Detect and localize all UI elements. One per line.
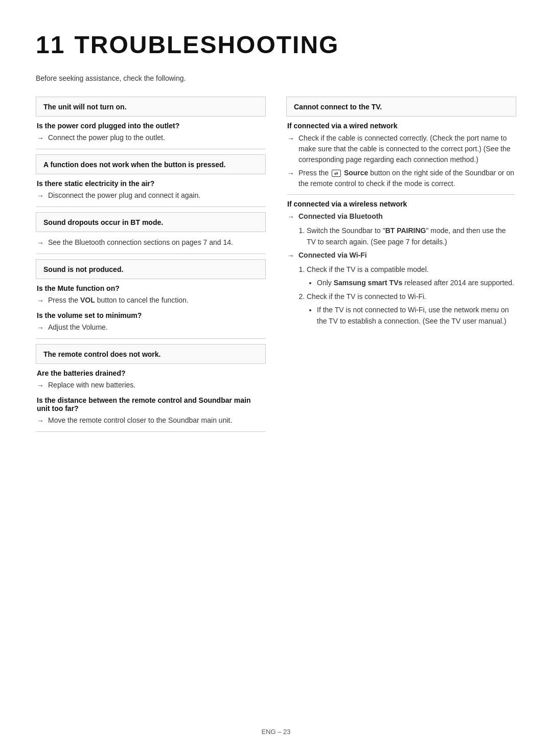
arrow-icon: → <box>37 191 44 201</box>
bt-header-text: Connected via Bluetooth <box>298 212 383 220</box>
arrow-icon: → <box>287 212 294 222</box>
wired-network-section: If connected via a wired network → Check… <box>287 122 515 189</box>
bullet-wired-1-text: Check if the cable is connected correctl… <box>298 133 515 165</box>
section-remote-no-work: The remote control does not work. <box>36 344 266 364</box>
subsection-power-cord: Is the power cord plugged into the outle… <box>37 122 265 144</box>
subsection-volume: Is the volume set to minimum? → Adjust t… <box>37 311 265 333</box>
bullet-distance: → Move the remote control closer to the … <box>37 415 265 426</box>
subsection-static: Is there static electricity in the air? … <box>37 179 265 201</box>
section1-content: Is the power cord plugged into the outle… <box>36 122 266 144</box>
footer-text: ENG – 23 <box>261 728 290 736</box>
section1-title: The unit will not turn on. <box>43 103 127 111</box>
divider3 <box>36 254 266 254</box>
section-function-no-work: A function does not work when the button… <box>36 154 266 174</box>
bullet-wired-2-text: Press the ⇄ Source button on the right s… <box>298 168 515 189</box>
section2-title: A function does not work when the button… <box>43 161 226 169</box>
section5-content: Are the batteries drained? → Replace wit… <box>36 369 266 426</box>
bullet-mute: → Press the VOL button to cancel the fun… <box>37 295 265 306</box>
section3-title: Sound dropouts occur in BT mode. <box>43 218 163 226</box>
bt-pairing-text: BT PAIRING <box>385 226 426 235</box>
divider4 <box>36 338 266 339</box>
section-unit-no-turn-on: The unit will not turn on. <box>36 97 266 117</box>
subsection-bluetooth-pages: → See the Bluetooth connection sections … <box>37 237 265 248</box>
wifi-item-2: Check if the TV is connected to Wi-Fi. I… <box>307 291 515 327</box>
q-distance: Is the distance between the remote contr… <box>37 396 265 413</box>
divider2 <box>36 207 266 207</box>
bullet-disconnect-power-text: Disconnect the power plug and connect it… <box>48 190 265 201</box>
q-power-cord: Is the power cord plugged into the outle… <box>37 122 265 130</box>
chapter-title-text: TROUBLESHOOTING <box>74 31 339 58</box>
bullet-bluetooth-header: → Connected via Bluetooth <box>287 211 515 222</box>
bullet-wifi-header: → Connected via Wi-Fi <box>287 250 515 261</box>
wifi-subbullet-2: If the TV is not connected to Wi-Fi, use… <box>317 304 515 327</box>
bullet-disconnect-power: → Disconnect the power plug and connect … <box>37 190 265 201</box>
section-cannot-connect-tv: Cannot connect to the TV. <box>286 97 516 117</box>
wifi-item-1-subbullets: Only Samsung smart TVs released after 20… <box>307 277 515 288</box>
divider-wired-wireless <box>287 194 515 195</box>
wifi-item-2-subbullets: If the TV is not connected to Wi-Fi, use… <box>307 304 515 327</box>
q-volume: Is the volume set to minimum? <box>37 311 265 319</box>
vol-bold: VOL <box>80 296 95 304</box>
bullet-wired-2: → Press the ⇄ Source button on the right… <box>287 168 515 189</box>
section-no-sound: Sound is not produced. <box>36 259 266 279</box>
wifi-list: Check if the TV is a compatible model. O… <box>297 264 515 327</box>
bullet-connect-power-text: Connect the power plug to the outlet. <box>48 132 265 143</box>
left-column: The unit will not turn on. Is the power … <box>36 97 266 437</box>
section-bt-dropouts: Sound dropouts occur in BT mode. <box>36 212 266 232</box>
bullet-volume-text: Adjust the Volume. <box>48 322 265 333</box>
arrow-icon: → <box>37 238 44 248</box>
right-content: If connected via a wired network → Check… <box>286 122 516 327</box>
arrow-icon: → <box>287 250 294 261</box>
bullet-wired-1: → Check if the cable is connected correc… <box>287 133 515 165</box>
arrow-icon: → <box>37 416 44 426</box>
bullet-bluetooth-pages: → See the Bluetooth connection sections … <box>37 237 265 248</box>
arrow-icon: → <box>37 133 44 144</box>
page-footer: ENG – 23 <box>0 728 552 736</box>
bt-item-1: Switch the Soundbar to "BT PAIRING" mode… <box>307 225 515 248</box>
arrow-icon: → <box>37 323 44 333</box>
wifi-item-1: Check if the TV is a compatible model. O… <box>307 264 515 289</box>
bullet-volume: → Adjust the Volume. <box>37 322 265 333</box>
wifi-header-text: Connected via Wi-Fi <box>298 251 367 259</box>
source-label: Source <box>344 169 368 177</box>
bullet-connect-power: → Connect the power plug to the outlet. <box>37 132 265 144</box>
right-column: Cannot connect to the TV. If connected v… <box>286 97 516 329</box>
wifi-subheader: Connected via Wi-Fi <box>298 250 515 261</box>
bullet-bluetooth-pages-text: See the Bluetooth connection sections on… <box>48 237 265 248</box>
two-column-layout: The unit will not turn on. Is the power … <box>36 97 516 437</box>
bluetooth-list: Switch the Soundbar to "BT PAIRING" mode… <box>297 225 515 248</box>
samsung-smart-tvs: Samsung smart TVs <box>334 279 403 287</box>
subsection-distance: Is the distance between the remote contr… <box>37 396 265 426</box>
divider1 <box>36 149 266 149</box>
wifi-subbullet-1: Only Samsung smart TVs released after 20… <box>317 277 515 288</box>
chapter-number: 11 <box>36 31 65 58</box>
subsection-batteries: Are the batteries drained? → Replace wit… <box>37 369 265 391</box>
section4-content: Is the Mute function on? → Press the VOL… <box>36 284 266 333</box>
bullet-distance-text: Move the remote control closer to the So… <box>48 415 265 426</box>
arrow-icon: → <box>287 168 294 179</box>
bullet-batteries-text: Replace with new batteries. <box>48 380 265 391</box>
section-right-title: Cannot connect to the TV. <box>294 103 382 111</box>
q-batteries: Are the batteries drained? <box>37 369 265 377</box>
intro-text: Before seeking assistance, check the fol… <box>36 74 516 82</box>
bt-subheader: Connected via Bluetooth <box>298 211 515 222</box>
divider5 <box>36 431 266 432</box>
arrow-icon: → <box>287 133 294 144</box>
arrow-icon: → <box>37 380 44 391</box>
subsection-mute: Is the Mute function on? → Press the VOL… <box>37 284 265 306</box>
arrow-icon: → <box>37 295 44 306</box>
section4-title: Sound is not produced. <box>43 265 123 273</box>
section5-title: The remote control does not work. <box>43 350 160 358</box>
bullet-batteries: → Replace with new batteries. <box>37 380 265 391</box>
q-static: Is there static electricity in the air? <box>37 179 265 188</box>
wireless-network-section: If connected via a wireless network → Co… <box>287 200 515 327</box>
q-mute: Is the Mute function on? <box>37 284 265 292</box>
wired-header: If connected via a wired network <box>287 122 515 130</box>
chapter-title: 11TROUBLESHOOTING <box>36 31 516 59</box>
source-icon: ⇄ <box>332 170 341 177</box>
wireless-header: If connected via a wireless network <box>287 200 515 208</box>
section3-content: → See the Bluetooth connection sections … <box>36 237 266 248</box>
section2-content: Is there static electricity in the air? … <box>36 179 266 201</box>
bullet-mute-text: Press the VOL button to cancel the funct… <box>48 295 265 306</box>
